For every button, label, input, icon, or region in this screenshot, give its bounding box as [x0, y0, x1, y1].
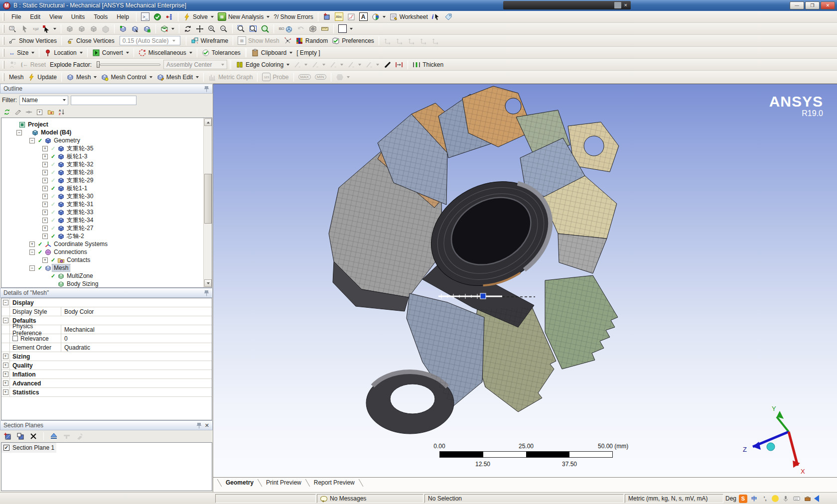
- tree-expander-icon[interactable]: +: [42, 170, 48, 175]
- details-prop-value[interactable]: Body Color: [61, 307, 212, 316]
- ime-keyboard-icon[interactable]: [792, 495, 801, 503]
- comment-icon[interactable]: Abc: [333, 12, 345, 22]
- tree-item[interactable]: +✓支重轮-34: [1, 216, 212, 224]
- folder-filter-icon[interactable]: [46, 108, 55, 117]
- preferences-button[interactable]: Preferences: [330, 36, 376, 46]
- ime-arrow-icon[interactable]: [814, 495, 819, 502]
- details-gutter[interactable]: +: [1, 379, 10, 387]
- validate-icon[interactable]: [151, 12, 163, 22]
- random-colors-button[interactable]: Random: [293, 36, 330, 46]
- tree-item[interactable]: +✓支重轮-33: [1, 208, 212, 216]
- details-row[interactable]: Element OrderQuadratic: [1, 343, 212, 352]
- mesh-menu-button[interactable]: Mesh: [64, 72, 99, 82]
- edge-direction-icon[interactable]: [381, 60, 393, 70]
- worksheet-button[interactable]: Worksheet: [388, 12, 430, 22]
- tree-item[interactable]: −✓Connections: [1, 248, 212, 256]
- tree-expander-icon[interactable]: +: [42, 162, 48, 167]
- look-at-face-icon[interactable]: [307, 24, 319, 34]
- tree-expander-icon[interactable]: +: [42, 154, 48, 159]
- ruler-icon[interactable]: [319, 24, 331, 34]
- convert-button[interactable]: Convert: [90, 48, 131, 58]
- minimize-button[interactable]: —: [790, 1, 804, 9]
- tree-item[interactable]: +✓支重轮-29: [1, 176, 212, 184]
- tree-expander-icon[interactable]: +: [42, 257, 48, 263]
- select-mode-button[interactable]: [40, 24, 58, 34]
- scroll-down-button[interactable]: [204, 279, 212, 287]
- collapse-tree-icon[interactable]: [13, 108, 22, 117]
- pin-icon[interactable]: [204, 290, 209, 296]
- tree-item[interactable]: +✓支重轮-35: [1, 144, 212, 152]
- close-panel-icon[interactable]: ✕: [205, 422, 209, 429]
- edge-coloring-button[interactable]: Edge Coloring: [234, 60, 291, 70]
- edge-midside-icon[interactable]: [393, 60, 405, 70]
- explode-slider[interactable]: [97, 61, 160, 68]
- details-row[interactable]: +Statistics: [1, 388, 212, 397]
- size-button[interactable]: ↔Size: [7, 48, 36, 58]
- sogou-logo-icon[interactable]: S: [739, 495, 747, 503]
- outline-tree[interactable]: Project−Model (B4)−✓Geometry+✓支重轮-35+✓板轮…: [1, 118, 212, 288]
- section-plane-checkbox[interactable]: ✓: [3, 445, 9, 451]
- refresh-tree-icon[interactable]: [2, 108, 11, 117]
- details-gutter[interactable]: −: [1, 298, 10, 307]
- tree-item[interactable]: ✓MultiZone: [1, 272, 212, 280]
- tree-expander-icon[interactable]: +: [42, 178, 48, 183]
- details-row[interactable]: +Sizing: [1, 352, 212, 361]
- tree-scrollbar[interactable]: [203, 118, 212, 287]
- graphics-viewport[interactable]: ANSYS R19.0 0.00 25.00 50.00 (mm) 12.50 …: [213, 84, 837, 477]
- tree-item[interactable]: +✓支重轮-30: [1, 192, 212, 200]
- overlay-close-icon[interactable]: ×: [624, 1, 627, 9]
- tolerances-button[interactable]: Tolerances: [200, 48, 243, 58]
- tree-expander-icon[interactable]: +: [42, 194, 48, 199]
- tree-expander-icon[interactable]: +: [29, 242, 35, 247]
- filter-text-input[interactable]: [71, 96, 137, 105]
- details-prop-value[interactable]: Quadratic: [61, 343, 212, 352]
- tag-icon[interactable]: [442, 12, 454, 22]
- menu-edit[interactable]: Edit: [25, 12, 45, 22]
- details-row[interactable]: +Inflation: [1, 370, 212, 379]
- tree-item[interactable]: +✓Coordinate Systems: [1, 240, 212, 248]
- flip-section-plane-icon[interactable]: [48, 431, 59, 441]
- menu-file[interactable]: File: [7, 12, 25, 22]
- section-plane-item[interactable]: ✓ Section Plane 1: [1, 443, 56, 453]
- new-analysis-button[interactable]: ▦New Analysis: [216, 12, 272, 22]
- details-row[interactable]: Display StyleBody Color: [1, 307, 212, 316]
- tree-expander-icon[interactable]: +: [42, 210, 48, 215]
- pan-icon[interactable]: [194, 24, 206, 34]
- label-select-icon[interactable]: !?: [7, 24, 19, 34]
- solve-button[interactable]: Solve: [181, 12, 216, 22]
- filter-type-combobox[interactable]: Name: [19, 96, 68, 105]
- menu-tools[interactable]: Tools: [89, 12, 112, 22]
- tree-expander-icon[interactable]: +: [42, 234, 48, 239]
- viewports-button[interactable]: [336, 24, 355, 34]
- tree-expander-icon[interactable]: −: [29, 138, 35, 143]
- zoom-in-icon[interactable]: [206, 24, 218, 34]
- menu-help[interactable]: Help: [112, 12, 134, 22]
- tree-expander-icon[interactable]: −: [29, 265, 35, 271]
- maximize-button[interactable]: ❐: [805, 1, 820, 9]
- edge-filter-icon[interactable]: [129, 24, 141, 34]
- tree-item[interactable]: Body Sizing: [1, 280, 212, 288]
- details-prop-value[interactable]: Mechanical: [61, 325, 212, 334]
- sort-az-icon[interactable]: AZ: [57, 108, 66, 117]
- wireframe-button[interactable]: Wireframe: [189, 36, 230, 46]
- tab-geometry[interactable]: Geometry: [221, 478, 259, 488]
- orientation-triad[interactable]: Y Z X: [739, 397, 834, 478]
- details-row[interactable]: +Quality: [1, 361, 212, 370]
- tree-expander-icon[interactable]: +: [42, 202, 48, 207]
- details-row[interactable]: +Advanced: [1, 379, 212, 388]
- close-button[interactable]: ✕: [821, 1, 835, 9]
- tree-item[interactable]: Project: [1, 121, 212, 128]
- expand-all-icon[interactable]: +: [35, 108, 44, 117]
- box-zoom-icon[interactable]: [235, 24, 247, 34]
- show-errors-button[interactable]: ?/ Show Errors: [272, 12, 315, 22]
- zoom-out-icon[interactable]: [218, 24, 230, 34]
- details-prop-value[interactable]: 0: [61, 334, 212, 343]
- tree-item[interactable]: +✓Contacts: [1, 256, 212, 264]
- show-vertices-button[interactable]: Show Vertices: [7, 36, 59, 46]
- relevance-checkbox[interactable]: [12, 336, 18, 341]
- close-vertices-button[interactable]: Close Vertices: [64, 36, 117, 46]
- unit-color-icon[interactable]: [370, 12, 388, 22]
- extend-selection-button[interactable]: [158, 24, 176, 34]
- magnifier-window-icon[interactable]: [259, 24, 271, 34]
- chart-icon[interactable]: [345, 12, 357, 22]
